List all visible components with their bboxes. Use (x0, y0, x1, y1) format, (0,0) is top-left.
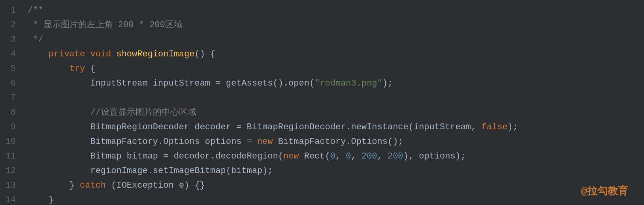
code-token (111, 49, 116, 59)
line-number: 2 (0, 18, 16, 32)
code-line: } (28, 193, 644, 205)
line-number: 10 (0, 134, 16, 149)
line-number: 5 (0, 62, 16, 76)
line-number: 6 (0, 76, 16, 91)
code-line: Bitmap bitmap = decoder.decodeRegion(new… (28, 149, 644, 164)
code-token: (IOException e) {} (106, 181, 205, 190)
code-token: ); (382, 78, 393, 88)
code-token: , (351, 151, 362, 161)
code-token: InputStream inputStream = getAssets().op… (28, 78, 314, 88)
code-token: } (28, 181, 80, 190)
line-number: 4 (0, 47, 16, 62)
code-token: 200 (362, 151, 377, 161)
code-token: false (482, 122, 508, 132)
code-token: BitmapRegionDecoder decoder = BitmapRegi… (28, 122, 482, 132)
code-token: BitmapFactory.Options(); (273, 137, 403, 147)
line-number: 9 (0, 120, 16, 134)
code-token: void (90, 49, 111, 59)
code-token: //设置显示图片的中心区域 (90, 108, 196, 117)
line-numbers: 1234567891011121314 (0, 3, 24, 202)
code-token: () { (195, 49, 216, 59)
code-token: new (257, 137, 273, 147)
code-token: } (28, 195, 54, 205)
code-token: Rect( (299, 151, 330, 161)
code-token: catch (80, 181, 106, 190)
code-line: InputStream inputStream = getAssets().op… (28, 76, 644, 91)
code-token: 0 (346, 151, 351, 161)
code-token: showRegionImage (116, 49, 194, 59)
code-content: /** * 显示图片的左上角 200 * 200区域 */ private vo… (24, 3, 644, 202)
code-token: * 显示图片的左上角 200 * 200区域 (28, 20, 183, 30)
line-number: 7 (0, 91, 16, 105)
code-editor: 1234567891011121314 /** * 显示图片的左上角 200 *… (0, 0, 644, 205)
code-token (28, 49, 49, 59)
code-line: //设置显示图片的中心区域 (28, 105, 644, 120)
code-token: ), options); (403, 151, 466, 161)
code-token: , (335, 151, 346, 161)
code-token: private (49, 49, 85, 59)
code-token: { (85, 64, 95, 74)
code-token: regionImage.setImageBitmap(bitmap); (28, 166, 273, 176)
code-token: "rodman3.png" (314, 78, 382, 88)
code-line: /** (28, 3, 644, 18)
code-token: 0 (330, 151, 335, 161)
code-line: try { (28, 62, 644, 76)
line-number: 12 (0, 164, 16, 178)
watermark: @拉勾教育 (581, 184, 628, 198)
code-token: , (377, 151, 388, 161)
code-line: regionImage.setImageBitmap(bitmap); (28, 164, 644, 178)
code-token: ); (508, 122, 518, 132)
line-number: 8 (0, 105, 16, 120)
code-line: */ (28, 32, 644, 47)
code-line: * 显示图片的左上角 200 * 200区域 (28, 18, 644, 32)
line-number: 3 (0, 32, 16, 47)
code-line (28, 91, 644, 105)
code-token (85, 49, 90, 59)
code-token: */ (28, 35, 43, 45)
line-number: 1 (0, 3, 16, 18)
code-token (28, 64, 70, 74)
code-line: BitmapRegionDecoder decoder = BitmapRegi… (28, 120, 644, 134)
code-token: BitmapFactory.Options options = (28, 137, 257, 147)
code-line: } catch (IOException e) {} (28, 178, 644, 193)
line-number: 13 (0, 178, 16, 193)
code-token: new (283, 151, 299, 161)
code-token (28, 108, 90, 117)
code-token: 200 (388, 151, 403, 161)
code-token: /** (28, 6, 43, 15)
line-number: 11 (0, 149, 16, 164)
code-token: Bitmap bitmap = decoder.decodeRegion( (28, 151, 283, 161)
line-number: 14 (0, 193, 16, 205)
code-line: private void showRegionImage() { (28, 47, 644, 62)
code-line: BitmapFactory.Options options = new Bitm… (28, 134, 644, 149)
code-token: try (70, 64, 85, 74)
